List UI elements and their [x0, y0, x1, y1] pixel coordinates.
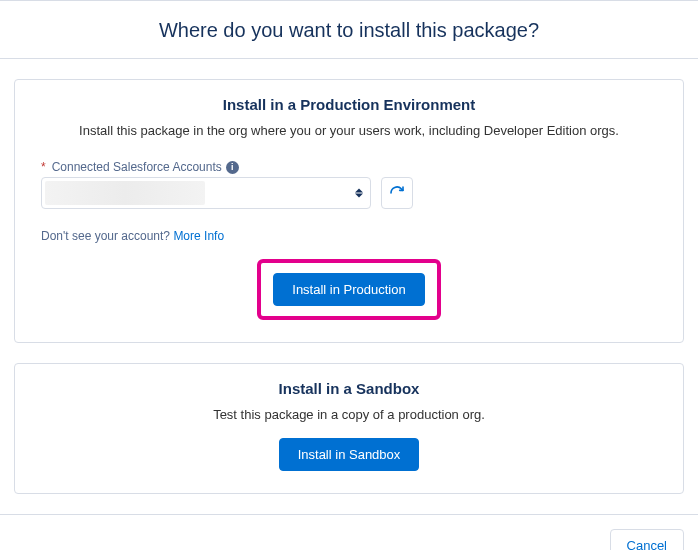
page-title: Where do you want to install this packag… — [0, 1, 698, 58]
production-title: Install in a Production Environment — [41, 96, 657, 113]
hint-prefix: Don't see your account? — [41, 229, 173, 243]
install-sandbox-button[interactable]: Install in Sandbox — [279, 438, 420, 471]
cancel-button[interactable]: Cancel — [610, 529, 684, 550]
accounts-select[interactable] — [41, 177, 371, 209]
sandbox-title: Install in a Sandbox — [41, 380, 657, 397]
install-production-highlight: Install in Production — [257, 259, 440, 320]
accounts-hint: Don't see your account? More Info — [41, 229, 657, 243]
accounts-field-label: * Connected Salesforce Accounts i — [41, 160, 657, 174]
refresh-accounts-button[interactable] — [381, 177, 413, 209]
footer: Cancel — [0, 514, 698, 550]
required-asterisk: * — [41, 160, 46, 174]
production-card: Install in a Production Environment Inst… — [14, 79, 684, 343]
production-description: Install this package in the org where yo… — [41, 123, 657, 138]
install-production-button[interactable]: Install in Production — [273, 273, 424, 306]
info-icon[interactable]: i — [226, 161, 239, 174]
accounts-label-text: Connected Salesforce Accounts — [52, 160, 222, 174]
refresh-icon — [389, 185, 405, 201]
more-info-link[interactable]: More Info — [173, 229, 224, 243]
sandbox-description: Test this package in a copy of a product… — [41, 407, 657, 422]
accounts-select-wrap — [41, 177, 371, 209]
sandbox-card: Install in a Sandbox Test this package i… — [14, 363, 684, 494]
